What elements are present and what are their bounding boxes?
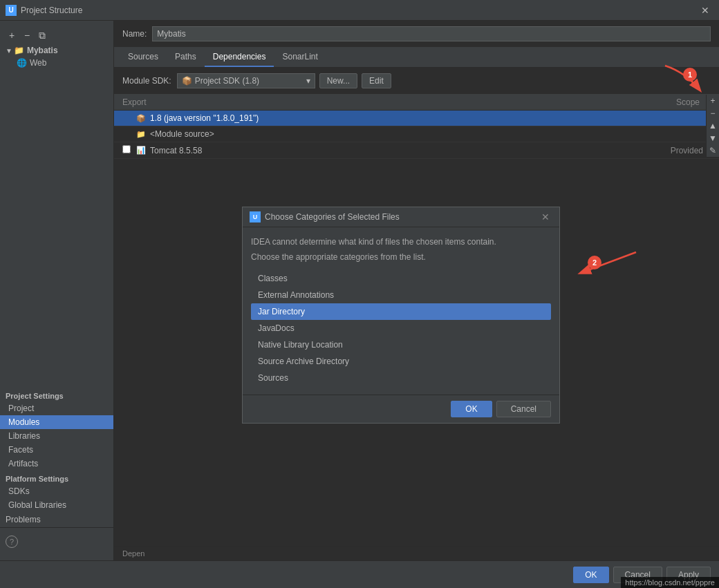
dialog-title: Choose Categories of Selected Files — [265, 212, 539, 222]
sidebar-item-problems[interactable]: Problems — [0, 512, 113, 527]
tab-sources[interactable]: Sources — [120, 48, 167, 67]
deps-scope-tomcat: Provided — [671, 146, 703, 155]
remove-module-button[interactable]: − — [21, 29, 33, 41]
deps-row-tomcat[interactable]: 📊 Tomcat 8.5.58 Provided ▾ — [114, 142, 719, 159]
sidebar-item-artifacts[interactable]: Artifacts — [0, 457, 113, 471]
name-input[interactable] — [152, 26, 711, 41]
tab-paths[interactable]: Paths — [167, 48, 205, 67]
web-icon: 🌐 — [17, 58, 27, 68]
tree-arrow-mybatis: ▼ — [6, 47, 12, 55]
sdk-new-button[interactable]: New... — [319, 73, 357, 88]
sdk-select-icon: 📦 — [182, 76, 192, 86]
dialog-body: IDEA cannot determine what kind of files… — [243, 227, 559, 395]
deps-row-jdk[interactable]: 📦 1.8 (java version "1.8.0_191") — [114, 111, 719, 126]
dialog-footer: OK Cancel — [243, 395, 559, 423]
url-bar: https://blog.csdn.net/pppre — [621, 577, 719, 588]
sdk-select-value: Project SDK (1.8) — [195, 76, 259, 86]
sidebar-item-global-libraries[interactable]: Global Libraries — [0, 498, 113, 512]
dialog-item-sources[interactable]: Sources — [251, 370, 551, 386]
sidebar-label-sdks: SDKs — [8, 486, 30, 496]
dialog-item-jar-directory[interactable]: Jar Directory — [251, 303, 551, 320]
dialog-item-classes[interactable]: Classes — [251, 270, 551, 287]
window-title: Project Structure — [21, 6, 697, 15]
sdk-edit-button[interactable]: Edit — [362, 73, 391, 88]
sdk-row: Module SDK: 📦 Project SDK (1.8) ▾ New...… — [114, 68, 719, 95]
add-module-button[interactable]: + — [6, 29, 18, 41]
module-icon: 📁 — [14, 46, 24, 55]
deps-name-jdk: 1.8 (java version "1.8.0_191") — [150, 113, 711, 123]
deps-bottom-label: Depen — [122, 549, 144, 558]
sidebar-label-libraries: Libraries — [8, 431, 40, 441]
remove-dep-button[interactable]: − — [707, 107, 719, 120]
project-settings-label: Project Settings — [0, 388, 113, 401]
sdk-label: Module SDK: — [122, 76, 171, 86]
dialog-item-native-library[interactable]: Native Library Location — [251, 336, 551, 353]
copy-module-button[interactable]: ⧉ — [36, 29, 48, 41]
deps-icon-tomcat: 📊 — [136, 146, 146, 155]
tree-item-mybatis[interactable]: ▼ 📁 Mybatis — [0, 44, 113, 57]
tree-label-web: Web — [30, 58, 46, 68]
name-row: Name: — [114, 21, 719, 48]
dialog-description-2: Choose the appropriate categories from t… — [251, 251, 551, 263]
tree-label-mybatis: Mybatis — [27, 46, 58, 55]
add-dep-button[interactable]: + — [707, 95, 719, 107]
sidebar-label-facets: Facets — [8, 445, 33, 455]
sidebar-label-problems: Problems — [6, 515, 41, 524]
sidebar-item-project[interactable]: Project — [0, 401, 113, 415]
dialog-title-bar: U Choose Categories of Selected Files ✕ — [243, 207, 559, 227]
sdk-chevron-icon: ▾ — [306, 76, 310, 86]
sidebar-item-libraries[interactable]: Libraries — [0, 429, 113, 443]
deps-side-buttons: + − ▲ ▼ ✎ — [706, 95, 719, 157]
sidebar-label-project: Project — [8, 404, 34, 413]
sidebar-item-facets[interactable]: Facets — [0, 443, 113, 457]
app-icon: U — [6, 5, 17, 16]
scroll-up-button[interactable]: ▲ — [707, 120, 719, 132]
deps-row-module-source[interactable]: 📁 <Module source> — [114, 126, 719, 142]
scroll-down-button[interactable]: ▼ — [707, 132, 719, 144]
deps-label-area: Depen — [114, 546, 719, 560]
sidebar-label-modules: Modules — [8, 417, 39, 427]
sidebar-item-modules[interactable]: Modules — [0, 415, 113, 429]
dialog-icon: U — [250, 211, 261, 222]
deps-check-tomcat — [122, 145, 136, 155]
bottom-bar: OK Cancel Apply — [0, 560, 719, 588]
choose-categories-dialog: U Choose Categories of Selected Files ✕ … — [242, 207, 560, 424]
deps-header-export: Export — [122, 97, 164, 107]
dialog-ok-button[interactable]: OK — [451, 401, 492, 417]
deps-name-tomcat: Tomcat 8.5.58 — [150, 146, 671, 155]
tabs-row: Sources Paths Dependencies SonarLint — [114, 48, 719, 68]
sdk-select[interactable]: 📦 Project SDK (1.8) ▾ — [177, 73, 315, 88]
dialog-description-1: IDEA cannot determine what kind of files… — [251, 236, 551, 248]
dialog-close-button[interactable]: ✕ — [539, 211, 552, 222]
deps-header-scope: Scope — [644, 97, 700, 107]
help-area: ? — [0, 527, 113, 555]
dialog-item-javadocs[interactable]: JavaDocs — [251, 320, 551, 336]
sidebar: + − ⧉ ▼ 📁 Mybatis 🌐 Web Project Settings… — [0, 21, 114, 560]
sidebar-item-sdks[interactable]: SDKs — [0, 484, 113, 498]
deps-icon-jdk: 📦 — [136, 114, 146, 123]
dialog-item-source-archive[interactable]: Source Archive Directory — [251, 353, 551, 370]
dialog-cancel-button[interactable]: Cancel — [496, 401, 551, 417]
sidebar-label-global-libraries: Global Libraries — [8, 500, 66, 510]
deps-checkbox-tomcat[interactable] — [122, 145, 131, 153]
sidebar-label-artifacts: Artifacts — [8, 459, 38, 468]
sidebar-toolbar: + − ⧉ — [0, 26, 113, 44]
ok-button[interactable]: OK — [573, 567, 608, 583]
help-icon[interactable]: ? — [6, 535, 18, 548]
name-label: Name: — [122, 29, 147, 39]
edit-dep-button[interactable]: ✎ — [707, 144, 719, 157]
tab-sonarlint[interactable]: SonarLint — [274, 48, 326, 67]
deps-icon-module: 📁 — [136, 130, 146, 139]
title-bar: U Project Structure ✕ — [0, 0, 719, 21]
platform-settings-label: Platform Settings — [0, 471, 113, 484]
close-button[interactable]: ✕ — [697, 3, 713, 17]
deps-name-module: <Module source> — [150, 129, 711, 139]
deps-table-header: Export Scope — [114, 95, 719, 111]
tab-dependencies[interactable]: Dependencies — [205, 48, 274, 67]
tree-item-web[interactable]: 🌐 Web — [0, 57, 113, 69]
dialog-item-external-annotations[interactable]: External Annotations — [251, 287, 551, 303]
